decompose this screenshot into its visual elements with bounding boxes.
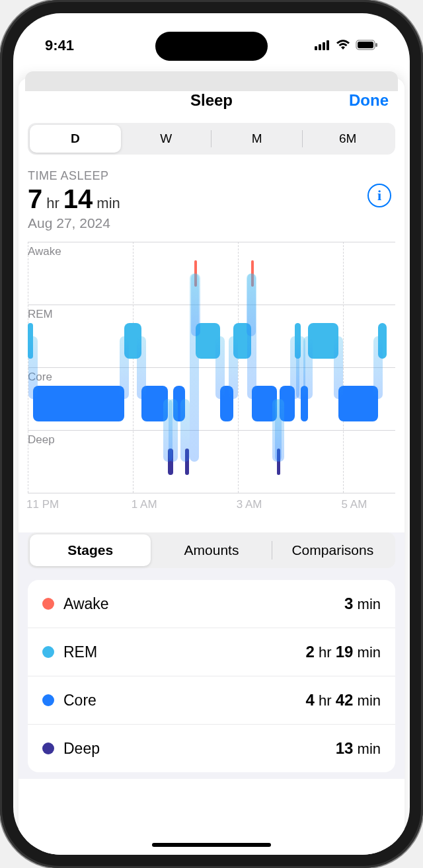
period-m[interactable]: M [212, 125, 303, 153]
info-icon: i [377, 187, 381, 204]
minutes-unit: min [96, 195, 120, 212]
period-6m[interactable]: 6M [303, 125, 394, 153]
content: DWM6M TIME ASLEEP 7 hr 14 min Aug 27, 20… [19, 123, 404, 855]
svg-rect-2 [323, 42, 325, 50]
sleep-hours: 7 [28, 184, 42, 214]
sleep-connector [180, 399, 190, 462]
phone-frame: 9:41 Sleep Done DWM6M [0, 0, 423, 868]
stage-name: Core [63, 692, 96, 709]
stage-value: 2 hr 19 min [306, 643, 381, 661]
summary-label: TIME ASLEEP [28, 169, 395, 183]
sleep-connector [28, 336, 38, 399]
svg-rect-1 [319, 44, 321, 50]
stage-name: REM [63, 643, 97, 661]
svg-rect-0 [315, 46, 317, 50]
stage-left: REM [42, 643, 97, 661]
tab-amounts[interactable]: Amounts [151, 534, 272, 566]
summary: TIME ASLEEP 7 hr 14 min Aug 27, 2024 i [28, 166, 395, 236]
sleep-connector [247, 273, 256, 399]
cellular-icon [315, 37, 330, 54]
sleep-connector [373, 336, 383, 399]
sleep-connector [303, 336, 313, 399]
subtab-picker[interactable]: StagesAmountsComparisons [28, 532, 395, 568]
done-button[interactable]: Done [349, 91, 389, 110]
tab-stages[interactable]: Stages [30, 534, 151, 566]
status-icons [315, 37, 378, 54]
dynamic-island [155, 32, 268, 61]
period-picker[interactable]: DWM6M [28, 123, 395, 155]
sleep-connector [215, 336, 225, 399]
svg-rect-6 [375, 43, 377, 47]
chart-bars [28, 242, 395, 493]
stage-name: Deep [63, 740, 100, 758]
home-indicator[interactable] [152, 843, 271, 847]
sleep-segment-core [33, 386, 124, 421]
stage-value: 13 min [336, 739, 381, 758]
stage-left: Deep [42, 740, 100, 758]
page-title: Sleep [190, 91, 233, 110]
sleep-connector [120, 336, 129, 399]
stage-list: Awake3 minREM2 hr 19 minCore4 hr 42 minD… [28, 580, 395, 772]
stage-row-deep[interactable]: Deep13 min [28, 725, 395, 772]
sleep-connector [169, 399, 178, 462]
status-time: 9:41 [45, 37, 74, 54]
stage-row-rem[interactable]: REM2 hr 19 min [28, 628, 395, 676]
info-button[interactable]: i [367, 184, 391, 207]
details-section: StagesAmountsComparisons Awake3 minREM2 … [19, 532, 404, 779]
hours-unit: hr [46, 195, 59, 212]
stage-row-core[interactable]: Core4 hr 42 min [28, 676, 395, 725]
x-label: 11 PM [26, 498, 59, 511]
sleep-connector [334, 336, 343, 399]
stage-left: Core [42, 692, 96, 709]
summary-value: 7 hr 14 min [28, 184, 395, 214]
period-d[interactable]: D [30, 125, 121, 153]
sleep-minutes: 14 [63, 184, 93, 214]
nav-bar: Sleep Done [19, 78, 404, 123]
sleep-segment-core [338, 386, 378, 421]
sleep-connector [275, 399, 284, 462]
x-label: 1 AM [132, 498, 157, 511]
stage-name: Awake [63, 595, 109, 613]
sleep-connector [191, 273, 200, 336]
period-w[interactable]: W [121, 125, 212, 153]
x-label: 3 AM [237, 498, 262, 511]
battery-icon [356, 37, 378, 54]
tab-comparisons[interactable]: Comparisons [272, 534, 393, 566]
stage-dot-icon [42, 646, 54, 658]
sleep-connector [229, 336, 238, 399]
sleep-connector [137, 336, 146, 399]
summary-date: Aug 27, 2024 [28, 215, 395, 231]
stage-value: 4 hr 42 min [306, 691, 381, 709]
svg-rect-3 [327, 40, 329, 50]
stage-dot-icon [42, 742, 54, 754]
x-label: 5 AM [342, 498, 367, 511]
stage-dot-icon [42, 694, 54, 706]
screen: 9:41 Sleep Done DWM6M [13, 13, 410, 855]
stage-dot-icon [42, 598, 54, 610]
stage-value: 3 min [344, 595, 381, 613]
modal: Sleep Done DWM6M TIME ASLEEP 7 hr 14 min… [19, 78, 404, 855]
stage-left: Awake [42, 595, 109, 613]
sleep-chart[interactable]: AwakeREMCoreDeep11 PM1 AM3 AM5 AM [28, 242, 395, 519]
svg-rect-5 [358, 42, 373, 48]
wifi-icon [336, 37, 350, 54]
stage-row-awake[interactable]: Awake3 min [28, 580, 395, 628]
